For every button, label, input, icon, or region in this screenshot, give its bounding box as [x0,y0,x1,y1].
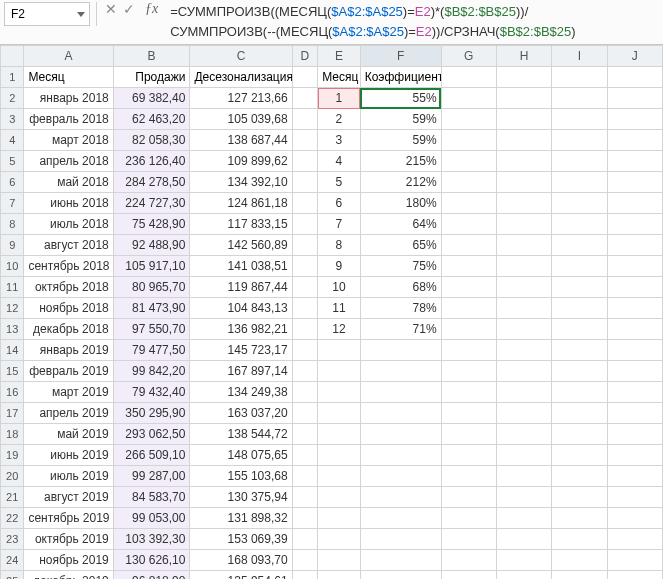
cell-A17[interactable]: апрель 2019 [24,403,113,424]
cell-G8[interactable] [441,214,496,235]
cell-G18[interactable] [441,424,496,445]
cell-F7[interactable]: 180% [360,193,441,214]
cell-F16[interactable] [360,382,441,403]
cell-C17[interactable]: 163 037,20 [190,403,292,424]
cell-J25[interactable] [607,571,662,580]
row-header[interactable]: 20 [1,466,24,487]
cell-D19[interactable] [292,445,318,466]
spreadsheet-grid[interactable]: A B C D E F G H I J 1МесяцПродажиДесезон… [0,45,663,579]
cell-D5[interactable] [292,151,318,172]
cell-B21[interactable]: 84 583,70 [113,487,190,508]
cell-B9[interactable]: 92 488,90 [113,235,190,256]
cell-C23[interactable]: 153 069,39 [190,529,292,550]
cell-B8[interactable]: 75 428,90 [113,214,190,235]
cell-C9[interactable]: 142 560,89 [190,235,292,256]
cell-G17[interactable] [441,403,496,424]
row-header[interactable]: 7 [1,193,24,214]
cell-B18[interactable]: 293 062,50 [113,424,190,445]
cell-E16[interactable] [318,382,361,403]
cell-J13[interactable] [607,319,662,340]
cell-H2[interactable] [496,88,551,109]
cell-E23[interactable] [318,529,361,550]
cell-B14[interactable]: 79 477,50 [113,340,190,361]
cell-I14[interactable] [552,340,607,361]
col-header-E[interactable]: E [318,46,361,67]
cell-E14[interactable] [318,340,361,361]
cell-F20[interactable] [360,466,441,487]
cell-I19[interactable] [552,445,607,466]
cell-G1[interactable] [441,67,496,88]
col-header-J[interactable]: J [607,46,662,67]
cell-A22[interactable]: сентябрь 2019 [24,508,113,529]
cell-A5[interactable]: апрель 2018 [24,151,113,172]
cell-G3[interactable] [441,109,496,130]
cell-H19[interactable] [496,445,551,466]
cell-J17[interactable] [607,403,662,424]
cell-C4[interactable]: 138 687,44 [190,130,292,151]
cell-J21[interactable] [607,487,662,508]
cell-I8[interactable] [552,214,607,235]
row-header[interactable]: 3 [1,109,24,130]
cell-C25[interactable]: 135 954,61 [190,571,292,580]
cell-E17[interactable] [318,403,361,424]
cell-A12[interactable]: ноябрь 2018 [24,298,113,319]
cell-D3[interactable] [292,109,318,130]
cell-I24[interactable] [552,550,607,571]
row-header[interactable]: 24 [1,550,24,571]
formula-input[interactable]: =СУММПРОИЗВ((МЕСЯЦ($A$2:$A$25)=E2)*($B$2… [168,0,663,44]
cell-E18[interactable] [318,424,361,445]
cell-F22[interactable] [360,508,441,529]
cell-H17[interactable] [496,403,551,424]
cell-D11[interactable] [292,277,318,298]
cell-B25[interactable]: 96 818,90 [113,571,190,580]
cell-C12[interactable]: 104 843,13 [190,298,292,319]
cell-A11[interactable]: октябрь 2018 [24,277,113,298]
row-header[interactable]: 6 [1,172,24,193]
cell-I3[interactable] [552,109,607,130]
cell-A2[interactable]: январь 2018 [24,88,113,109]
cell-J16[interactable] [607,382,662,403]
cell-B11[interactable]: 80 965,70 [113,277,190,298]
cell-D12[interactable] [292,298,318,319]
chevron-down-icon[interactable] [77,12,85,17]
cell-D6[interactable] [292,172,318,193]
cell-I7[interactable] [552,193,607,214]
cell-H8[interactable] [496,214,551,235]
col-header-I[interactable]: I [552,46,607,67]
cell-G12[interactable] [441,298,496,319]
cell-C20[interactable]: 155 103,68 [190,466,292,487]
row-header[interactable]: 11 [1,277,24,298]
cell-F15[interactable] [360,361,441,382]
cell-C1[interactable]: Десезонализация [190,67,292,88]
row-header[interactable]: 18 [1,424,24,445]
cell-B15[interactable]: 99 842,20 [113,361,190,382]
cell-B7[interactable]: 224 727,30 [113,193,190,214]
cell-J22[interactable] [607,508,662,529]
row-header[interactable]: 4 [1,130,24,151]
cell-E12[interactable]: 11 [318,298,361,319]
cell-A23[interactable]: октябрь 2019 [24,529,113,550]
cell-D23[interactable] [292,529,318,550]
cell-A24[interactable]: ноябрь 2019 [24,550,113,571]
cell-F2[interactable]: 55% [360,88,441,109]
cell-A21[interactable]: август 2019 [24,487,113,508]
cell-F24[interactable] [360,550,441,571]
cell-J24[interactable] [607,550,662,571]
cell-H23[interactable] [496,529,551,550]
row-header[interactable]: 8 [1,214,24,235]
cell-B6[interactable]: 284 278,50 [113,172,190,193]
cell-D2[interactable] [292,88,318,109]
cell-J12[interactable] [607,298,662,319]
cell-E9[interactable]: 8 [318,235,361,256]
cell-B2[interactable]: 69 382,40 [113,88,190,109]
cell-A3[interactable]: февраль 2018 [24,109,113,130]
cell-J9[interactable] [607,235,662,256]
cell-I13[interactable] [552,319,607,340]
cell-I16[interactable] [552,382,607,403]
cell-C24[interactable]: 168 093,70 [190,550,292,571]
cell-A16[interactable]: март 2019 [24,382,113,403]
cell-F3[interactable]: 59% [360,109,441,130]
cell-E7[interactable]: 6 [318,193,361,214]
select-all-corner[interactable] [1,46,24,67]
col-header-A[interactable]: A [24,46,113,67]
